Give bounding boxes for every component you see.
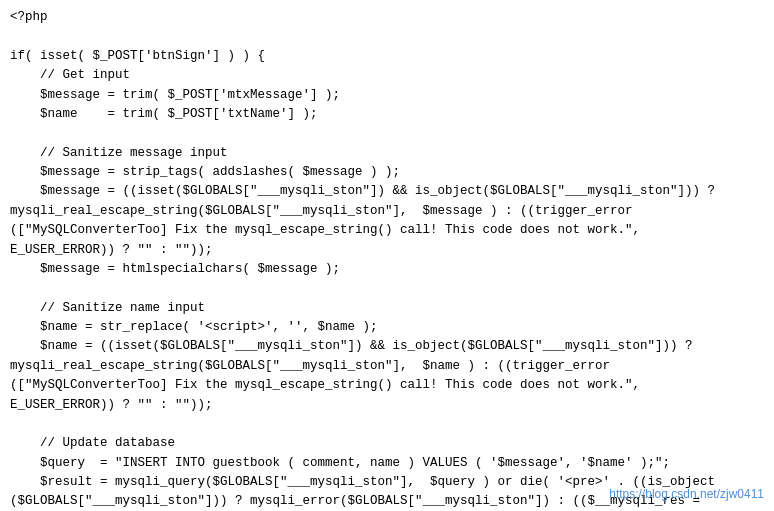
code-block: <?php if( isset( $_POST['btnSign'] ) ) {…: [10, 8, 764, 511]
watermark: https://blog.csdn.net/zjw0411: [609, 487, 764, 501]
code-container: <?php if( isset( $_POST['btnSign'] ) ) {…: [0, 0, 774, 511]
